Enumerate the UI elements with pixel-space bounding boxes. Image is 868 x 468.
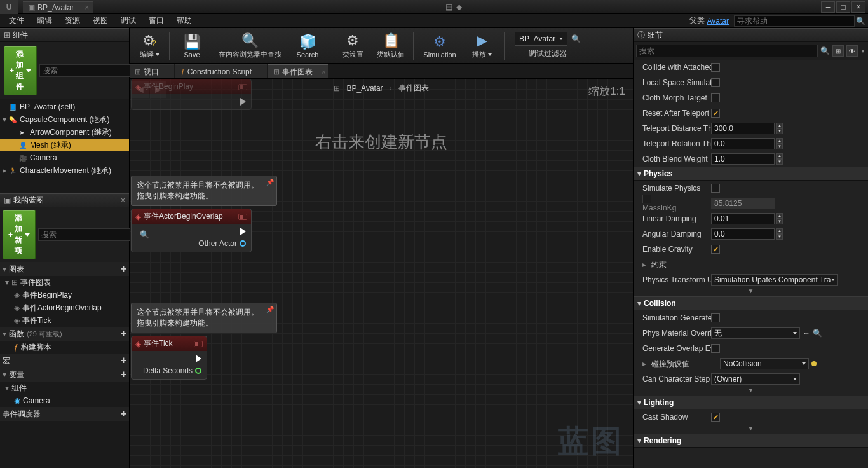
item-event-graph[interactable]: ▾ ⊞ 事件图表 xyxy=(0,276,129,289)
tab-construction-script[interactable]: ƒ Construction Script xyxy=(175,64,267,78)
browse-button[interactable]: 🔍 在内容浏览器中查找 xyxy=(212,29,288,62)
checkbox[interactable] xyxy=(711,313,720,322)
debug-object-dropdown[interactable]: BP_Avatar xyxy=(515,32,567,46)
reset-icon[interactable]: ← xyxy=(803,329,810,338)
component-row[interactable]: ▾💊CapsuleComponent (继承) xyxy=(0,113,129,126)
variable-camera[interactable]: ◉ Camera xyxy=(0,394,129,407)
menu-item[interactable]: 视图 xyxy=(86,14,114,27)
node-enable-toggle[interactable] xyxy=(238,84,247,90)
close-button[interactable]: × xyxy=(851,1,865,13)
checkbox[interactable] xyxy=(711,109,720,118)
graph-event-item[interactable]: ◈事件ActorBeginOverlap xyxy=(0,301,129,314)
checkbox[interactable] xyxy=(711,63,720,72)
components-search-input[interactable] xyxy=(39,64,141,77)
node-enable-toggle[interactable] xyxy=(238,214,247,220)
number-input[interactable] xyxy=(711,123,775,134)
exec-out-pin[interactable] xyxy=(240,228,246,235)
breadcrumb-root[interactable]: BP_Avatar xyxy=(346,84,383,93)
number-input[interactable] xyxy=(711,153,775,165)
pin-other-actor[interactable]: Other Actor xyxy=(137,239,246,248)
expand-more-icon[interactable]: ▼ xyxy=(634,425,868,434)
exec-out-pin[interactable] xyxy=(240,98,246,106)
parent-class-link[interactable]: Avatar xyxy=(707,17,729,25)
section-variables[interactable]: ▾ 变量 + xyxy=(0,368,129,382)
search-icon[interactable]: 🔍 xyxy=(813,329,822,338)
checkbox[interactable] xyxy=(711,245,720,254)
spinner[interactable]: ▲▼ xyxy=(776,138,783,149)
expand-more-icon[interactable]: ▼ xyxy=(634,287,868,296)
close-icon[interactable]: × xyxy=(322,69,325,76)
add-icon[interactable]: + xyxy=(121,355,126,366)
cast-shadow-checkbox[interactable] xyxy=(711,413,720,422)
close-icon[interactable]: × xyxy=(121,196,125,205)
search-button[interactable]: 🧊 Search xyxy=(289,29,326,62)
close-icon[interactable]: × xyxy=(85,3,89,12)
category-physics[interactable]: ▾Physics xyxy=(634,167,868,181)
variables-components[interactable]: ▾ 组件 xyxy=(0,382,129,394)
checkbox[interactable] xyxy=(711,93,720,102)
minimize-button[interactable]: – xyxy=(821,1,835,13)
menu-item[interactable]: 窗口 xyxy=(142,14,170,27)
checkbox[interactable] xyxy=(711,184,720,193)
category-collision[interactable]: ▾Collision xyxy=(634,296,868,310)
play-button[interactable]: ▶ 播放 xyxy=(463,29,500,62)
pin-icon[interactable]: 📌 xyxy=(266,179,274,186)
component-row[interactable]: 📘BP_Avatar (self) xyxy=(0,100,129,113)
exec-out-pin[interactable] xyxy=(196,355,201,362)
category-lighting[interactable]: ▾Lighting xyxy=(634,396,868,410)
source-control-icon[interactable]: ▤ xyxy=(445,3,452,11)
graph-event-item[interactable]: ◈事件BeginPlay xyxy=(0,289,129,301)
number-input[interactable] xyxy=(711,138,775,149)
add-icon[interactable]: + xyxy=(121,263,126,275)
checkbox[interactable] xyxy=(711,344,720,353)
category-rendering[interactable]: ▾Rendering xyxy=(634,434,868,448)
section-macros[interactable]: 宏 + xyxy=(0,354,129,368)
menu-item[interactable]: 资源 xyxy=(58,14,86,27)
pin-delta-seconds[interactable]: Delta Seconds xyxy=(137,366,201,375)
component-row[interactable]: 🎥Camera xyxy=(0,151,129,164)
class-settings-button[interactable]: ⚙ 类设置 xyxy=(334,29,371,62)
menu-item[interactable]: 调试 xyxy=(114,14,142,27)
tab-viewport[interactable]: ⊞ 视口 xyxy=(130,64,174,78)
property-matrix-button[interactable]: ⊞ xyxy=(832,45,844,57)
dropdown[interactable]: (Owner) xyxy=(711,373,800,385)
spinner[interactable]: ▲▼ xyxy=(776,153,783,165)
add-icon[interactable]: + xyxy=(121,369,126,380)
dropdown[interactable]: NoCollision xyxy=(720,358,809,369)
spinner[interactable]: ▲▼ xyxy=(776,228,783,240)
node-beginplay[interactable]: ◈事件BeginPlay xyxy=(131,79,252,110)
compile-button[interactable]: ⚙? 编译 xyxy=(133,29,165,62)
number-input[interactable] xyxy=(711,213,775,224)
window-tab[interactable]: ▣ BP_Avatar × xyxy=(23,1,93,13)
dropdown[interactable]: 无 xyxy=(711,327,800,339)
component-row[interactable]: 👤Mesh (继承) xyxy=(0,139,129,151)
spinner[interactable]: ▲▼ xyxy=(776,213,783,224)
node-enable-toggle[interactable] xyxy=(194,341,203,347)
add-component-button[interactable]: + 添加组件 xyxy=(4,46,37,95)
graph-event-item[interactable]: ◈事件Tick xyxy=(0,314,129,327)
eye-icon[interactable]: 👁 xyxy=(846,45,858,57)
component-row[interactable]: ▸🏃CharacterMovement (继承) xyxy=(0,164,129,177)
details-search-input[interactable] xyxy=(636,45,818,57)
physics-transform-dropdown[interactable]: Simulation Upates Component Trans xyxy=(711,274,838,286)
spinner[interactable]: ▲▼ xyxy=(776,123,783,134)
chevron-down-icon[interactable]: ▼ xyxy=(860,48,865,54)
add-icon[interactable]: + xyxy=(121,408,126,420)
section-functions[interactable]: ▾ 函数 (29 可重载) + xyxy=(0,327,129,341)
pin-icon[interactable]: 📌 xyxy=(266,306,274,313)
search-icon[interactable]: 🔍 xyxy=(856,17,865,25)
graph-canvas[interactable]: ◄ ► ⊞ BP_Avatar › 事件图表 缩放1:1 右击来创建新节点 ◈事… xyxy=(130,79,633,468)
row-constraints[interactable]: ▸约束 xyxy=(634,257,868,272)
menu-item[interactable]: 编辑 xyxy=(31,14,58,27)
breadcrumb-leaf[interactable]: 事件图表 xyxy=(398,83,429,93)
add-new-button[interactable]: + 添加新项 xyxy=(3,210,36,259)
maximize-button[interactable]: □ xyxy=(836,1,850,13)
help-search-input[interactable] xyxy=(734,15,855,27)
item-construction-script[interactable]: ƒ 构建脚本 xyxy=(0,341,129,354)
number-input[interactable] xyxy=(711,228,775,240)
save-button[interactable]: 💾 Save xyxy=(173,29,210,62)
expand-more-icon[interactable]: ▼ xyxy=(634,387,868,396)
section-dispatchers[interactable]: 事件调度器 + xyxy=(0,407,129,421)
menu-item[interactable]: 文件 xyxy=(3,14,31,27)
checkbox[interactable] xyxy=(711,78,720,87)
